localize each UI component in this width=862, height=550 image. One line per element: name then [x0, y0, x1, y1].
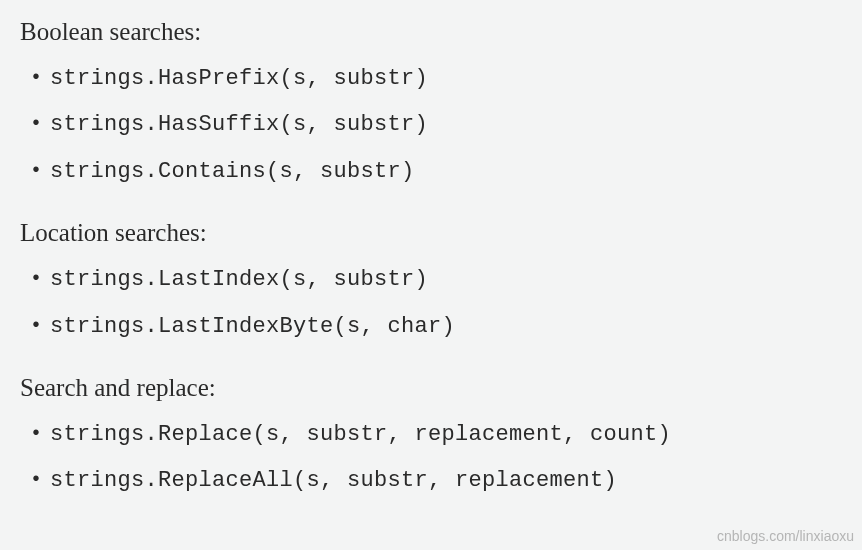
code-text: strings.HasSuffix(s, substr) — [50, 112, 428, 137]
code-text: strings.LastIndex(s, substr) — [50, 267, 428, 292]
list-item: strings.LastIndex(s, substr) — [50, 267, 842, 293]
list-boolean: strings.HasPrefix(s, substr) strings.Has… — [20, 66, 842, 185]
code-text: strings.Replace(s, substr, replacement, … — [50, 422, 671, 447]
code-text: strings.HasPrefix(s, substr) — [50, 66, 428, 91]
list-item: strings.HasSuffix(s, substr) — [50, 112, 842, 138]
code-text: strings.ReplaceAll(s, substr, replacemen… — [50, 468, 617, 493]
list-item: strings.Replace(s, substr, replacement, … — [50, 422, 842, 448]
section-heading-replace: Search and replace: — [20, 374, 842, 402]
section-heading-location: Location searches: — [20, 219, 842, 247]
section-heading-boolean: Boolean searches: — [20, 18, 842, 46]
list-location: strings.LastIndex(s, substr) strings.Las… — [20, 267, 842, 340]
code-text: strings.Contains(s, substr) — [50, 159, 415, 184]
watermark-right: cnblogs.com/linxiaoxu — [717, 528, 854, 544]
code-text: strings.LastIndexByte(s, char) — [50, 314, 455, 339]
list-replace: strings.Replace(s, substr, replacement, … — [20, 422, 842, 495]
list-item: strings.Contains(s, substr) — [50, 159, 842, 185]
list-item: strings.LastIndexByte(s, char) — [50, 314, 842, 340]
list-item: strings.ReplaceAll(s, substr, replacemen… — [50, 468, 842, 494]
list-item: strings.HasPrefix(s, substr) — [50, 66, 842, 92]
